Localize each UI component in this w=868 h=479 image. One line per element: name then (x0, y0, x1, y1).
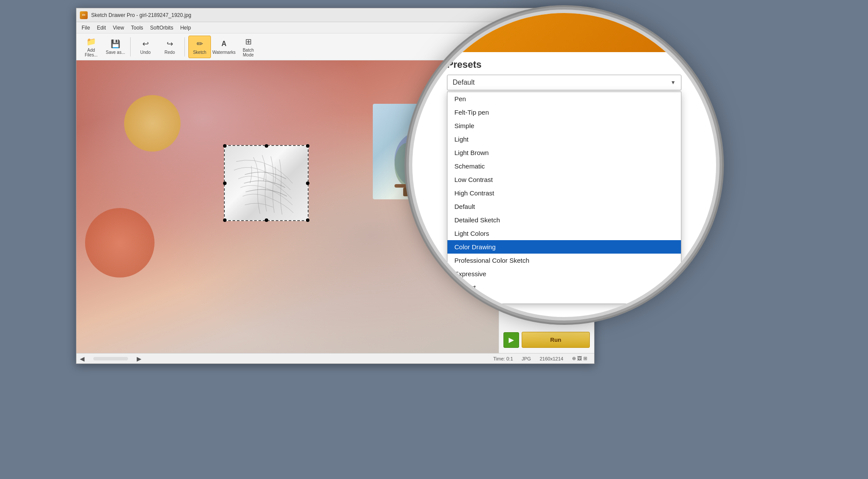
handle-br[interactable] (306, 218, 309, 222)
sketch-preview-content (225, 146, 308, 220)
watermarks-label: Watermarks (212, 50, 236, 55)
menu-file[interactable]: File (78, 24, 93, 32)
sketch-section: Sketch Color ✓ Enable (499, 99, 594, 131)
save-as-button[interactable]: 💾 Save as... (104, 36, 127, 58)
menu-view[interactable]: View (109, 24, 128, 32)
midtones-thumb[interactable] (548, 179, 553, 184)
redo-label: Redo (164, 50, 175, 55)
edge-size-slider-thumb[interactable] (565, 155, 570, 160)
handle-rm[interactable] (306, 182, 309, 185)
presets-select[interactable]: Default Pen Felt-Tip pen Simple Light Li… (503, 85, 590, 96)
canvas-area[interactable] (76, 60, 499, 353)
undo-button[interactable]: ↩ Undo (134, 36, 157, 58)
sketch-label: Sketch (193, 50, 207, 55)
tab-effects[interactable]: Effects (499, 60, 547, 72)
close-button[interactable]: ✕ (571, 9, 591, 21)
add-files-button[interactable]: 📁 Add Files... (80, 36, 102, 58)
menu-edit[interactable]: Edit (93, 24, 109, 32)
curves-thumb[interactable] (552, 200, 558, 205)
app-icon: ✏ (80, 11, 88, 19)
intensity-slider[interactable] (503, 281, 590, 283)
intensity-thumb[interactable] (540, 280, 545, 285)
redo-button[interactable]: ↪ Redo (158, 36, 181, 58)
presets-wrapper[interactable]: Default Pen Felt-Tip pen Simple Light Li… (499, 84, 594, 99)
run-icon-button[interactable]: ▶ (503, 332, 519, 348)
menu-help[interactable]: Help (177, 24, 194, 32)
intensity-section: Intensity (499, 269, 594, 291)
stroke-type-row: Stroke Type Curved Straight (503, 254, 590, 263)
batch-label: Batch Mode (237, 48, 259, 57)
handle-bl[interactable] (223, 218, 227, 222)
directions-label: Directions (503, 245, 538, 250)
minimize-button[interactable]: ─ (527, 9, 547, 21)
handle-tm[interactable] (265, 144, 268, 148)
bird-drawing (373, 104, 464, 199)
strokes-section: Strokes Directions Stroke Type Curved St… (499, 232, 594, 269)
window-controls: ─ □ ✕ (527, 9, 591, 21)
edge-size-slider-track[interactable] (541, 157, 590, 159)
strokes-title: Strokes (503, 236, 590, 241)
dispersion-title: Dispersion (503, 215, 590, 220)
content-area: Effects Palette Presets Default Pen Felt… (76, 60, 594, 353)
title-bar: ✏ Sketch Drawer Pro - girl-2189247_1920.… (76, 8, 594, 22)
edges-label: Edge... (503, 144, 538, 149)
run-button[interactable]: Run (522, 332, 590, 348)
run-area: ▶ Run (499, 327, 594, 353)
sketch-section-title: Sketch (503, 102, 590, 108)
stroke-type-select[interactable]: Curved Straight (541, 254, 590, 263)
stroke-type-label: Stroke Type (503, 256, 538, 261)
edge-slider-thumb[interactable] (558, 144, 563, 149)
magnify-dropdown-arrow-icon: ▼ (671, 79, 676, 86)
svg-point-4 (395, 143, 421, 186)
curves-fill (503, 202, 555, 204)
redo-icon: ↪ (164, 39, 175, 49)
dispersion-section: Dispersion (499, 211, 594, 232)
panel-presets-section: Presets Default Pen Felt-Tip pen Simple … (499, 72, 594, 291)
midtones-section: Midtones (499, 168, 594, 190)
dispersion-slider[interactable] (503, 223, 590, 225)
handle-tr[interactable] (306, 144, 309, 148)
menu-bar: File Edit View Tools SoftOrbits Help (76, 22, 594, 33)
watermarks-icon: A (219, 39, 229, 49)
handle-tl[interactable] (223, 144, 227, 148)
undo-icon: ↩ (140, 39, 151, 49)
status-nav-left[interactable]: ◀ (80, 355, 85, 362)
intensity-title: Intensity (503, 273, 590, 278)
main-window: ✏ Sketch Drawer Pro - girl-2189247_1920.… (76, 8, 595, 364)
undo-label: Undo (140, 50, 151, 55)
sketch-button[interactable]: ✏ Sketch (188, 36, 211, 58)
midtones-slider[interactable] (503, 181, 590, 182)
presets-label: Presets (499, 72, 594, 83)
batch-mode-button[interactable]: ⊞ Batch Mode (237, 36, 260, 58)
handle-lm[interactable] (223, 182, 227, 185)
save-label: Save as... (106, 50, 125, 55)
photo-decoration-circle1 (124, 95, 181, 152)
dispersion-thumb[interactable] (527, 221, 532, 227)
sketch-preview-box[interactable] (224, 145, 309, 221)
curves-slider[interactable] (503, 202, 590, 204)
status-bar: ◀ ▶ Time: 0:1 JPG 2160x1214 ⊕ 🖼 ⊞ (76, 353, 594, 363)
edges-control (541, 142, 590, 151)
edge-slider-track[interactable] (541, 145, 590, 147)
tab-palette[interactable]: Palette (547, 60, 595, 72)
add-files-icon: 📁 (86, 36, 96, 47)
svg-point-6 (432, 135, 434, 138)
intensity-fill (503, 281, 542, 283)
color-checkbox-row: Color (503, 110, 590, 117)
add-files-label: Add Files... (80, 48, 102, 57)
sketch-drawing (227, 149, 306, 218)
status-format: JPG (522, 356, 531, 361)
edges-section-title: Edges (503, 134, 590, 139)
enable-checkbox[interactable]: ✓ (503, 119, 509, 125)
menu-tools[interactable]: Tools (128, 24, 147, 32)
watermarks-button[interactable]: A Watermarks (213, 36, 235, 58)
directions-input[interactable] (541, 244, 558, 251)
svg-rect-10 (421, 188, 427, 194)
right-panel: Effects Palette Presets Default Pen Felt… (499, 60, 594, 353)
color-checkbox[interactable] (503, 111, 509, 116)
batch-icon: ⊞ (243, 36, 253, 47)
status-nav-right[interactable]: ▶ (137, 355, 141, 362)
handle-bm[interactable] (265, 218, 268, 222)
maximize-button[interactable]: □ (549, 9, 569, 21)
menu-softorbits[interactable]: SoftOrbits (147, 24, 177, 32)
